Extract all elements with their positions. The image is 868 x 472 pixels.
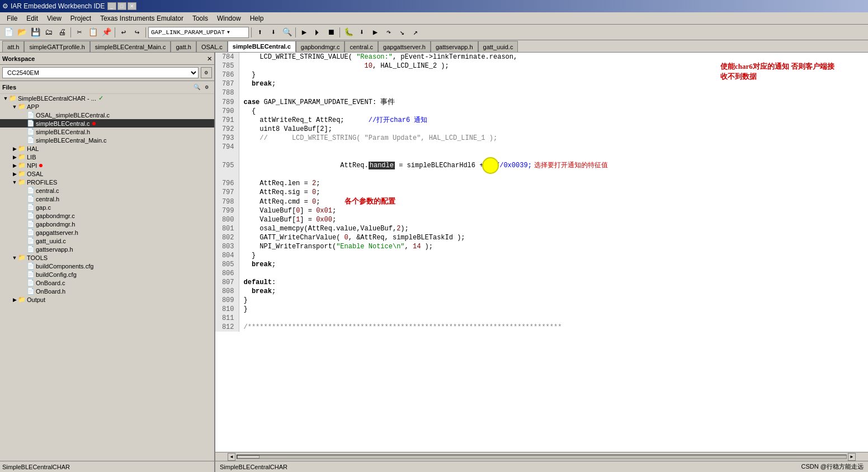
tab-gapbondmgr-c[interactable]: gapbondmgr.c bbox=[296, 41, 345, 52]
workspace-dropdown[interactable]: CC2540EM bbox=[2, 67, 199, 78]
compile-button[interactable]: ▶ bbox=[298, 26, 310, 39]
cut-button[interactable]: ✂ bbox=[73, 26, 86, 39]
tab-simplegattprofile[interactable]: simpleGATTprofile.h bbox=[24, 41, 89, 52]
menu-window[interactable]: Window bbox=[213, 13, 246, 23]
red-dot-icon bbox=[39, 164, 43, 167]
step-over-button[interactable]: ↷ bbox=[383, 26, 395, 39]
stop-build-button[interactable]: ⏹ bbox=[325, 26, 337, 39]
scroll-right-button[interactable]: ▶ bbox=[848, 453, 856, 461]
menu-tools[interactable]: Tools bbox=[188, 13, 213, 23]
tab-osal-c[interactable]: OSAL.c bbox=[196, 41, 228, 52]
tree-item-gapbondmgr-h[interactable]: 📄 gapbondmgr.h bbox=[0, 220, 214, 228]
tree-item-onboard-c[interactable]: 📄 OnBoard.c bbox=[0, 279, 214, 287]
maximize-button[interactable]: □ bbox=[117, 2, 126, 10]
tree-item-gap-c[interactable]: 📄 gap.c bbox=[0, 203, 214, 211]
paste-button[interactable]: 📌 bbox=[100, 26, 112, 39]
line-number: 802 bbox=[215, 233, 239, 242]
tree-item-lib[interactable]: ▶ 📁 LIB bbox=[0, 153, 214, 161]
tab-gatt-h[interactable]: gatt.h bbox=[171, 41, 196, 52]
copy-button[interactable]: 📋 bbox=[87, 26, 99, 39]
tree-item-profiles[interactable]: ▼ 📁 PROFILES bbox=[0, 178, 214, 186]
goto-decl-button[interactable]: ⬇ bbox=[267, 26, 280, 39]
goto-def-button[interactable]: ⬆ bbox=[254, 26, 266, 39]
tree-item-gatt-uuid-c[interactable]: 📄 gatt_uuid.c bbox=[0, 237, 214, 245]
tab-simpleblecentral-main[interactable]: simpleBLECentral_Main.c bbox=[90, 41, 171, 52]
tree-item-central-c[interactable]: 📄 central.c bbox=[0, 186, 214, 195]
function-dropdown[interactable]: GAP_LINK_PARAM_UPDAT ▼ bbox=[148, 27, 249, 38]
sidebar: Workspace ✕ CC2540EM ⚙ Files 🔍 ⚙ ▼ 📁 bbox=[0, 53, 215, 472]
tree-item-onboard-h[interactable]: 📄 OnBoard.h bbox=[0, 287, 214, 295]
tree-item-central-h[interactable]: 📄 central.h bbox=[0, 195, 214, 203]
redo-button[interactable]: ↪ bbox=[131, 26, 143, 39]
tab-gapgattserver-h[interactable]: gapgattserver.h bbox=[378, 41, 431, 52]
menu-edit[interactable]: Edit bbox=[22, 13, 43, 23]
tree-item-simpleblecentral-c[interactable]: 📄 simpleBLECentral.c bbox=[0, 119, 214, 128]
tab-gatt-uuid-c[interactable]: gatt_uuid.c bbox=[478, 41, 518, 52]
line-number: 799 bbox=[215, 206, 239, 215]
code-content[interactable]: 784 LCD_WRITE_STRING_VALUE( "Reason:", p… bbox=[215, 53, 868, 452]
statusbar-left: SimpleBLECentralCHAR bbox=[220, 464, 287, 470]
new-button[interactable]: 📄 bbox=[2, 26, 15, 39]
tree-item-buildcomponents[interactable]: 📄 buildComponents.cfg bbox=[0, 262, 214, 270]
folder-icon: 📁 bbox=[18, 162, 26, 169]
tree-item-tools[interactable]: ▼ 📁 TOOLS bbox=[0, 253, 214, 262]
tree-item-buildconfig[interactable]: 📄 buildConfig.cfg bbox=[0, 270, 214, 279]
save-button[interactable]: 💾 bbox=[29, 26, 41, 39]
tree-item-hal[interactable]: ▶ 📁 HAL bbox=[0, 144, 214, 153]
tab-central-c[interactable]: central.c bbox=[345, 41, 378, 52]
folder-icon: 📁 bbox=[9, 95, 17, 102]
make-button[interactable]: ⏵ bbox=[312, 26, 324, 39]
tree-item-root[interactable]: ▼ 📁 SimpleBLECentralCHAR - ... ✓ bbox=[0, 94, 214, 102]
tree-item-simpleblecentral-h[interactable]: 📄 simpleBLECentral.h bbox=[0, 128, 214, 136]
tree-label: gapbondmgr.c bbox=[36, 213, 75, 219]
menu-ti-emulator[interactable]: Texas Instruments Emulator bbox=[96, 13, 188, 23]
tree-item-gapgattserver-h[interactable]: 📄 gapgattserver.h bbox=[0, 228, 214, 237]
code-text: } bbox=[239, 305, 868, 314]
close-button[interactable]: ✕ bbox=[128, 2, 136, 10]
tree-item-osal-folder[interactable]: ▶ 📁 OSAL bbox=[0, 169, 214, 178]
horizontal-scrollbar[interactable] bbox=[237, 455, 847, 459]
download-button[interactable]: ⬇ bbox=[356, 26, 368, 39]
debug-run-button[interactable]: ▶ bbox=[369, 26, 381, 39]
code-line-807: 807 default: bbox=[215, 278, 868, 287]
menu-help[interactable]: Help bbox=[246, 13, 268, 23]
line-number: 789 bbox=[215, 97, 239, 107]
code-table: 784 LCD_WRITE_STRING_VALUE( "Reason:", p… bbox=[215, 53, 868, 332]
code-text bbox=[239, 314, 868, 323]
saveall-button[interactable]: 🗂 bbox=[43, 26, 55, 39]
expander-icon: ▶ bbox=[11, 163, 18, 168]
tree-item-osal[interactable]: 📄 OSAL_simpleBLECentral.c bbox=[0, 111, 214, 119]
step-out-button[interactable]: ↗ bbox=[409, 26, 422, 39]
code-line-809: 809 } bbox=[215, 296, 868, 305]
tree-item-app[interactable]: ▼ 📁 APP bbox=[0, 102, 214, 111]
print-button[interactable]: 🖨 bbox=[56, 26, 68, 39]
tab-simpleblecentral-c[interactable]: simpleBLECentral.c bbox=[228, 41, 296, 52]
files-label: Files bbox=[2, 84, 192, 91]
scroll-left-button[interactable]: ◀ bbox=[228, 453, 235, 461]
files-config-button[interactable]: ⚙ bbox=[202, 82, 212, 92]
file-icon: 📄 bbox=[27, 229, 35, 236]
step-in-button[interactable]: ↘ bbox=[396, 26, 408, 39]
files-search-button[interactable]: 🔍 bbox=[192, 82, 202, 92]
scrollbar-bottom: ◀ ▶ bbox=[215, 452, 868, 461]
tab-att-h[interactable]: att.h bbox=[2, 41, 24, 52]
tree-item-gapbondmgr-c[interactable]: 📄 gapbondmgr.c bbox=[0, 211, 214, 220]
folder-icon: 📁 bbox=[18, 178, 26, 186]
find-button[interactable]: 🔍 bbox=[281, 26, 293, 39]
workspace-close-button[interactable]: ✕ bbox=[207, 54, 212, 63]
debug-button[interactable]: 🐛 bbox=[342, 26, 355, 39]
menu-file[interactable]: File bbox=[2, 13, 22, 23]
workspace-config-button[interactable]: ⚙ bbox=[201, 67, 212, 78]
tree-item-gattservapp-h[interactable]: 📄 gattservapp.h bbox=[0, 245, 214, 253]
tree-item-npi[interactable]: ▶ 📁 NPI bbox=[0, 161, 214, 169]
menu-view[interactable]: View bbox=[43, 13, 66, 23]
open-button[interactable]: 📂 bbox=[16, 26, 28, 39]
tree-item-simpleblecentral-main[interactable]: 📄 simpleBLECentral_Main.c bbox=[0, 136, 214, 144]
minimize-button[interactable]: _ bbox=[107, 2, 116, 10]
tab-gattservapp-h[interactable]: gattservapp.h bbox=[431, 41, 478, 52]
line-number: 795 bbox=[215, 152, 239, 179]
menu-project[interactable]: Project bbox=[66, 13, 96, 23]
tree-item-output[interactable]: ▶ 📁 Output bbox=[0, 295, 214, 304]
undo-button[interactable]: ↩ bbox=[117, 26, 130, 39]
file-icon: 📄 bbox=[27, 279, 35, 286]
